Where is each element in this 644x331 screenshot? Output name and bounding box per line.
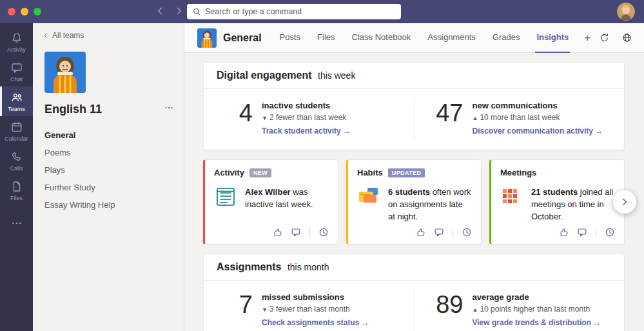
panel-body: 7 missed submissions ▼3 fewer than last … <box>204 281 624 331</box>
insights-content: Digital engagement this week 4 inactive … <box>184 53 644 331</box>
card-text: 21 students joined all meetings on time … <box>531 186 615 223</box>
tab-insights[interactable]: Insights <box>535 23 570 53</box>
stat-value: 47 <box>433 101 463 126</box>
panel-title: Assignments <box>217 261 281 272</box>
new-badge: NEW <box>249 168 271 177</box>
trend-up-icon: ▲ <box>473 115 478 121</box>
rail-label: Chat <box>10 76 23 83</box>
panel-header: Assignments this month <box>204 254 624 281</box>
view-grade-trends-link[interactable]: View grade trends & distribution → <box>473 318 601 327</box>
snooze-clock-icon[interactable] <box>605 227 615 237</box>
track-student-activity-link[interactable]: Track student activity → <box>262 126 351 135</box>
search-input[interactable] <box>205 7 396 16</box>
discover-communication-activity-link[interactable]: Discover communication activity → <box>473 126 603 135</box>
comment-icon[interactable] <box>434 227 444 237</box>
tab-assignments[interactable]: Assignments <box>426 23 476 53</box>
check-assignments-status-link[interactable]: Check assignments status → <box>262 318 369 327</box>
stat-label: average grade <box>473 292 601 302</box>
trend-down-icon: ▼ <box>262 306 268 313</box>
channel-item-essay-writing-help[interactable]: Essay Writing Help <box>33 196 184 214</box>
document-icon <box>10 180 23 193</box>
calendar-icon <box>10 121 23 134</box>
rail-label: Activity <box>7 46 26 53</box>
window-minimize-button[interactable] <box>21 8 28 15</box>
card-title: Meetings <box>500 168 536 177</box>
card-title: Activity <box>214 168 244 177</box>
stat-label: inactive students <box>262 101 351 110</box>
updated-badge: UPDATED <box>388 168 425 177</box>
habits-insight-card[interactable]: Habits UPDATED 6 students often work on … <box>346 159 482 245</box>
assignments-panel: Assignments this month 7 missed submissi… <box>203 254 625 331</box>
comment-icon[interactable] <box>577 227 587 237</box>
rail-item-activity[interactable]: Activity <box>0 27 33 57</box>
card-actions <box>272 227 329 237</box>
window-close-button[interactable] <box>8 8 15 15</box>
all-teams-label: All teams <box>52 31 84 40</box>
add-tab-button[interactable]: + <box>584 23 590 53</box>
rail-item-calendar[interactable]: Calendar <box>0 116 33 146</box>
channel-list: General Poems Plays Further Study Essay … <box>33 126 184 214</box>
rail-label: Calls <box>10 165 23 172</box>
channel-title: General <box>223 32 262 44</box>
thumbs-up-icon[interactable] <box>558 227 569 237</box>
tab-bar: Posts Files Class Notebook Assignments G… <box>278 23 591 53</box>
trend-text: 10 more than last week <box>480 113 560 122</box>
more-dots-icon <box>163 102 175 114</box>
thumbs-up-icon[interactable] <box>415 227 425 237</box>
tab-posts[interactable]: Posts <box>278 23 302 53</box>
team-options-button[interactable] <box>163 102 175 116</box>
meetings-insight-card[interactable]: Meetings 21 students joined all meetings… <box>489 159 625 245</box>
refresh-icon[interactable] <box>599 32 610 43</box>
trend-up-icon: ▲ <box>473 306 478 313</box>
window-zoom-button[interactable] <box>34 8 41 15</box>
snooze-clock-icon[interactable] <box>462 227 472 237</box>
digital-engagement-panel: Digital engagement this week 4 inactive … <box>203 62 625 150</box>
stat-trend: ▲10 more than last week <box>473 113 603 122</box>
rail-item-teams[interactable]: Teams <box>0 86 33 116</box>
rail-item-files[interactable]: Files <box>0 176 33 205</box>
stat-inactive-students: 4 inactive students ▼2 fewer than last w… <box>204 97 414 139</box>
titlebar <box>0 0 644 23</box>
panel-period: this month <box>288 262 329 272</box>
carousel-next-button[interactable] <box>613 190 636 214</box>
teams-app-window: Activity Chat Teams Calendar Calls Files <box>0 0 644 331</box>
channel-item-plays[interactable]: Plays <box>33 161 184 179</box>
command-search <box>187 4 401 19</box>
separator <box>309 228 310 237</box>
window-controls <box>8 8 41 15</box>
comment-icon[interactable] <box>291 227 301 237</box>
activity-insight-card[interactable]: Activity NEW Alex Wilber was inactive la… <box>203 159 338 245</box>
rail-item-chat[interactable]: Chat <box>0 57 33 86</box>
tab-files[interactable]: Files <box>316 23 336 53</box>
stat-label: missed submissions <box>262 292 369 302</box>
channel-item-poems[interactable]: Poems <box>33 144 184 161</box>
rail-item-calls[interactable]: Calls <box>0 146 33 176</box>
all-teams-back-button[interactable]: All teams <box>33 31 184 40</box>
header-actions <box>599 32 632 43</box>
channel-header: General Posts Files Class Notebook Assig… <box>184 23 644 53</box>
channel-item-further-study[interactable]: Further Study <box>33 179 184 196</box>
search-icon <box>192 7 201 16</box>
history-nav <box>155 5 184 19</box>
back-button[interactable] <box>155 5 166 19</box>
channel-item-general[interactable]: General <box>33 126 184 144</box>
shakespeare-avatar-image <box>44 52 86 93</box>
thumbs-up-icon[interactable] <box>272 227 282 237</box>
main-area: General Posts Files Class Notebook Assig… <box>184 23 644 331</box>
teams-icon <box>10 91 23 104</box>
forward-button[interactable] <box>173 5 184 19</box>
trend-text: 10 points higher than last month <box>480 305 590 314</box>
panel-period: this week <box>318 70 355 81</box>
tab-class-notebook[interactable]: Class Notebook <box>351 23 413 53</box>
rail-more-button[interactable] <box>0 212 33 235</box>
calendar-grid-icon <box>500 186 523 223</box>
stat-trend: ▼2 fewer than last week <box>262 113 351 122</box>
stat-missed-submissions: 7 missed submissions ▼3 fewer than last … <box>204 288 414 331</box>
snooze-clock-icon[interactable] <box>318 227 329 237</box>
user-avatar[interactable] <box>617 3 635 21</box>
tab-grades[interactable]: Grades <box>491 23 522 53</box>
chevron-right-icon <box>620 197 630 207</box>
sticky-notes-icon <box>357 186 380 223</box>
globe-icon[interactable] <box>621 32 632 43</box>
team-header: English 11 <box>44 102 175 116</box>
